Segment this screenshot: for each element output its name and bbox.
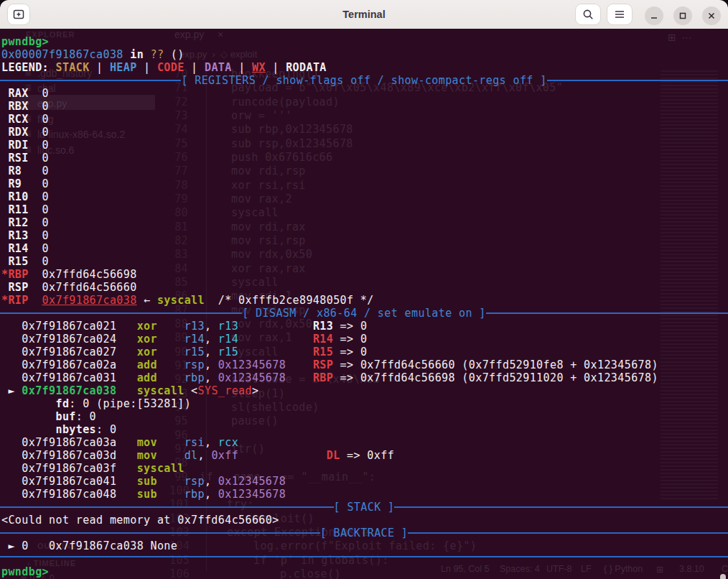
terminal-text-segment: , (205, 346, 218, 358)
terminal-text-segment: | (185, 61, 205, 74)
terminal-text-segment (116, 436, 136, 449)
close-button[interactable] (702, 6, 721, 25)
ghost-code-line: orw = ''' (231, 109, 292, 123)
terminal-text-segment: 0x7f91867ca03f (1, 462, 116, 475)
terminal-window: Terminal (0, 0, 728, 579)
ghost-line-number: 80 (169, 206, 188, 220)
terminal-text-segment: R14 (313, 333, 333, 346)
terminal-text-segment: 0 (29, 139, 49, 152)
terminal-text-segment: 0 (22, 539, 28, 552)
terminal-text-segment: *RBP (1, 268, 29, 281)
terminal-text-segment: 0 (29, 242, 49, 255)
terminal-text-segment: 0 (22, 177, 49, 190)
terminal-text-segment: => 0 (333, 320, 367, 333)
terminal-text-segment: , (205, 358, 218, 371)
terminal-text-segment (116, 320, 136, 333)
terminal-text-segment: , (205, 371, 218, 384)
terminal-line: R13 0 (1, 229, 49, 242)
terminal-text-segment: 0x12345678 (218, 475, 286, 488)
ghost-breadcrumb: exp.py › ◇ exploit (179, 49, 257, 60)
terminal-text-segment: 0 (29, 190, 49, 203)
terminal-text-segment: 0x7f91867ca027 (1, 346, 116, 358)
header-rule-left (0, 532, 320, 534)
terminal-line: LEGEND: STACK | HEAP | CODE | DATA | WX … (1, 61, 327, 74)
close-icon (707, 11, 716, 20)
terminal-screen[interactable]: EXPLORER≣.gdb_history≣chal●exp.py≣flag≣l… (0, 29, 728, 579)
terminal-line: RCX 0 (1, 113, 49, 126)
ghost-line-number: 85 (169, 276, 188, 290)
terminal-text-segment: 0x7ffd64c56698 (0x7ffd52911020 + 0x12345… (360, 371, 658, 384)
terminal-text-segment: 0 (29, 216, 49, 229)
terminal-line: 0x7f91867ca021 xor r13, r13 R13 => 0 (1, 320, 367, 333)
terminal-text-segment: dl (185, 449, 198, 462)
terminal-text-segment (116, 475, 136, 488)
minimize-icon (650, 11, 658, 20)
ghost-code-line: mov rsi,rsp (231, 234, 306, 248)
ghost-statusbar-item: 3.8.10 (679, 564, 704, 574)
maximize-icon (678, 11, 687, 20)
terminal-line: R9 0 (1, 177, 49, 190)
terminal-line: R10 0 (1, 190, 49, 203)
search-button[interactable] (575, 4, 601, 25)
ghost-code-line: mov rax,2 (231, 193, 292, 206)
terminal-text-segment: 0x7f91867ca031 (1, 371, 116, 384)
menu-button[interactable] (607, 4, 633, 25)
terminal-line: 0x00007f91867ca038 in ?? () (1, 48, 185, 61)
terminal-text-segment: DL (327, 449, 340, 462)
terminal-line: R14 0 (1, 242, 49, 255)
terminal-text-segment (116, 358, 136, 371)
ghost-line-number: 76 (169, 151, 188, 165)
terminal-text-segment: /* 0xfffb2ce8948050f */ (218, 294, 374, 307)
terminal-text-segment: LEGEND: (1, 61, 55, 74)
terminal-text-segment: 0 (29, 113, 49, 126)
terminal-text-segment: ► (1, 539, 22, 552)
terminal-text-segment: 0 (29, 152, 49, 165)
terminal-scrollbar[interactable] (720, 574, 726, 579)
terminal-text-segment: : 0 (76, 410, 96, 423)
terminal-text-segment: RAX (1, 87, 29, 100)
terminal-line: pwndbg> (1, 35, 49, 48)
terminal-text-segment (116, 462, 136, 475)
terminal-text-segment: nbytes (1, 423, 96, 436)
terminal-text-segment: STACK (55, 61, 89, 74)
terminal-text-segment: rsp (185, 358, 205, 371)
terminal-text-segment: , (198, 449, 212, 462)
terminal-text-segment: R14 (1, 242, 29, 255)
maximize-button[interactable] (673, 6, 692, 25)
ghost-line-number: 84 (169, 262, 188, 276)
terminal-text-segment: pwndbg> (1, 565, 49, 578)
terminal-text-segment (157, 449, 185, 462)
terminal-text-segment: 0 (29, 126, 49, 139)
header-rule-right (394, 506, 728, 508)
terminal-text-segment: => 0 (333, 346, 367, 358)
terminal-text-segment: xor (137, 333, 157, 346)
terminal-text-segment: 0x7ffd64c56698 (42, 268, 137, 281)
ghost-code-line: pause() (231, 414, 279, 428)
terminal-line: pwndbg> (1, 565, 49, 578)
section-header: [ REGISTERS / show-flags off / show-comp… (0, 74, 728, 87)
terminal-text-segment: r13 (218, 320, 238, 333)
terminal-text-segment (116, 384, 136, 397)
ghost-editor-tab: exp.py (174, 29, 204, 40)
terminal-text-segment (116, 333, 136, 346)
terminal-text-segment: 0x7f91867ca041 (1, 475, 116, 488)
terminal-text-segment: fd (1, 397, 69, 410)
terminal-text-segment: SYS_read (198, 384, 252, 397)
terminal-text-segment: RSI (1, 152, 29, 165)
ghost-code-line: log.error(f"Exploit failed: {e}") (253, 539, 477, 553)
ghost-line-number: 83 (169, 248, 188, 261)
ghost-tab-close-icon: × (218, 29, 223, 40)
ghost-statusbar-item: C (722, 564, 728, 574)
terminal-text-segment: > (252, 384, 258, 397)
ghost-statusbar-item: Spaces: 4 (500, 564, 540, 574)
terminal-text-segment: 0x7f91867ca038 None (49, 539, 177, 552)
titlebar[interactable]: Terminal (0, 0, 728, 29)
header-rule-left (0, 312, 242, 314)
terminal-text-segment: 0x7f91867ca03d (1, 449, 116, 462)
terminal-text-segment: r14 (218, 333, 238, 346)
terminal-text-segment: , (205, 320, 218, 333)
terminal-line: R12 0 (1, 216, 49, 229)
terminal-text-segment: syscall (157, 294, 205, 307)
hamburger-menu-icon (614, 9, 625, 19)
minimize-button[interactable] (645, 6, 663, 25)
